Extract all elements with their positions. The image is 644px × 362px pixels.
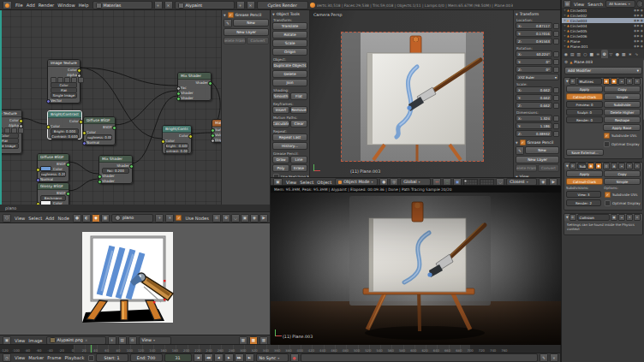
lock-icon[interactable] bbox=[553, 59, 559, 65]
delete-scene-button[interactable]: × bbox=[247, 1, 255, 9]
restrict-select-icon[interactable]: ▶ bbox=[637, 29, 640, 33]
tool-button-join[interactable]: Join bbox=[272, 79, 307, 86]
menu-node[interactable]: Node bbox=[56, 216, 71, 221]
axis-value-field[interactable]: Z:0° bbox=[516, 66, 552, 73]
modifier-toggle[interactable]: ◉ bbox=[603, 78, 610, 85]
modifier-header[interactable]: ▼⚙Multires◉●▴▾× bbox=[564, 78, 642, 85]
expand-icon[interactable]: + bbox=[564, 19, 566, 22]
menu-object[interactable]: Object bbox=[315, 180, 333, 185]
delete-screen-button[interactable]: × bbox=[164, 1, 173, 9]
rotation-mode-dropdown[interactable]: XYZ Euler▾ bbox=[516, 74, 559, 80]
button-apply[interactable]: Apply bbox=[566, 86, 603, 92]
axis-value-field[interactable]: X:0.87117 bbox=[516, 22, 552, 29]
restrict-view-icon[interactable]: ◉ bbox=[634, 14, 636, 17]
checkbox-optimal-display[interactable] bbox=[604, 141, 610, 147]
snap-element-icon[interactable]: ▣ bbox=[241, 214, 249, 223]
grease-pencil-new-button[interactable]: New bbox=[233, 19, 269, 27]
modifier-toggle[interactable]: ◎ bbox=[603, 163, 610, 169]
tool-button-calculate[interactable]: Calculate bbox=[272, 120, 289, 128]
axis-value-field[interactable]: X:0.662 bbox=[516, 86, 552, 93]
restrict-select-icon[interactable]: ▶ bbox=[637, 39, 640, 43]
button-delete-higher[interactable]: Delete Higher bbox=[604, 109, 641, 116]
expand-icon[interactable]: + bbox=[564, 45, 566, 48]
input-socket[interactable] bbox=[176, 97, 181, 101]
modifier-toggle[interactable]: ◉ bbox=[587, 163, 594, 169]
modifier-header[interactable]: ▼⚙Collision●▴▾× bbox=[564, 214, 642, 221]
restrict-render-icon[interactable]: ◉ bbox=[641, 9, 643, 12]
shader-type-world-icon[interactable]: ◐ bbox=[82, 214, 91, 223]
unlink-material-button[interactable]: × bbox=[165, 214, 174, 223]
shader-type-object-icon[interactable]: ● bbox=[73, 214, 81, 223]
viewport-3d-area[interactable]: Camera Persp (11) Plane.003 bbox=[309, 10, 514, 178]
tool-button-delete[interactable]: Delete bbox=[272, 70, 307, 78]
convert-button[interactable]: Convert bbox=[247, 37, 269, 45]
scene-selector[interactable]: Alypaint bbox=[175, 1, 235, 9]
outliner-display-selector[interactable]: All Scenes▾ bbox=[605, 0, 635, 8]
layer-toggle[interactable] bbox=[474, 182, 477, 185]
open-image-button[interactable]: ▤ bbox=[118, 336, 127, 345]
delete-modifier-icon[interactable]: × bbox=[634, 78, 641, 85]
tab-texture[interactable]: ▦ bbox=[621, 50, 628, 58]
restrict-select-icon[interactable]: ▶ bbox=[637, 34, 640, 38]
input-socket[interactable] bbox=[211, 139, 215, 143]
expand-icon[interactable]: + bbox=[564, 39, 566, 43]
tool-button-line[interactable]: Line bbox=[290, 156, 307, 163]
menu-view[interactable]: View bbox=[13, 338, 27, 343]
node-field[interactable]: Contrast: 0.000 bbox=[165, 148, 188, 154]
transform-orientation-selector[interactable]: Global▾ bbox=[400, 178, 431, 186]
tool-button-erase[interactable]: Erase bbox=[290, 164, 307, 172]
outliner-row-circle004[interactable]: +▲Circle004◉▶◉ bbox=[562, 23, 644, 28]
delete-frame-button[interactable]: Delete Frame bbox=[516, 164, 537, 172]
add-screen-button[interactable]: + bbox=[154, 1, 163, 9]
record-icon[interactable]: ● bbox=[290, 353, 299, 362]
draw-channel-alpha-icon[interactable]: ▦ bbox=[259, 336, 268, 345]
editor-type-info-icon[interactable] bbox=[3, 1, 12, 9]
pivot-point-icon[interactable]: ◎ bbox=[390, 178, 398, 186]
lock-icon[interactable] bbox=[553, 95, 559, 101]
wrench-icon[interactable]: ⚙ bbox=[222, 214, 230, 223]
viewport-camera[interactable]: Camera Persp (11) Plane.003 ▼ Object Too… bbox=[271, 10, 561, 178]
modifier-header[interactable]: ▼⚙Subsurf◉●◎▲▴▾× bbox=[564, 163, 642, 169]
pin-icon[interactable]: ⊙ bbox=[128, 336, 137, 345]
axis-value-field[interactable]: Y:0° bbox=[516, 58, 552, 65]
lock-icon[interactable] bbox=[553, 103, 559, 109]
restrict-select-icon[interactable]: ▶ bbox=[637, 19, 640, 22]
tool-button-scale[interactable]: Scale bbox=[272, 39, 307, 47]
node-diffuse-bsdf[interactable]: Diffuse BSDFBSDFColorRoughness: 0.000Nor… bbox=[83, 116, 116, 145]
node-mix-shader[interactable]: Mix ShaderShaderFacShaderShader bbox=[177, 72, 212, 101]
menu-frame[interactable]: Frame bbox=[45, 355, 63, 360]
tool-button-flat[interactable]: Flat bbox=[290, 92, 307, 100]
tab-object-data[interactable]: ▽ bbox=[608, 50, 615, 58]
outliner-row-circle001[interactable]: +▲Circle001◉▶◉ bbox=[562, 8, 644, 13]
restrict-view-icon[interactable]: ◉ bbox=[634, 24, 636, 27]
menu-view[interactable]: View bbox=[572, 2, 586, 7]
lock-icon[interactable] bbox=[553, 123, 559, 129]
modifier-toggle[interactable]: ● bbox=[611, 214, 617, 221]
node-header[interactable]: Image Texture bbox=[0, 110, 21, 117]
tool-button-repeat-last[interactable]: Repeat Last bbox=[272, 134, 307, 141]
current-frame-field[interactable]: 31 bbox=[164, 353, 192, 362]
axis-value-field[interactable]: Z:0.662 bbox=[516, 102, 552, 109]
node-diffuse-bsdf[interactable]: Diffuse BSDFBSDFColorRoughness: 0.200Nor… bbox=[37, 153, 69, 182]
menu-select[interactable]: Select bbox=[27, 216, 44, 221]
tab-particles[interactable]: ∗ bbox=[627, 50, 634, 58]
lock-icon[interactable] bbox=[553, 116, 559, 122]
lock-icon[interactable] bbox=[553, 87, 559, 93]
menu-playback[interactable]: Playback bbox=[63, 355, 86, 360]
convert-button[interactable]: Convert bbox=[538, 164, 559, 172]
button-apply-base[interactable]: Apply Base bbox=[603, 124, 641, 131]
axis-value-field[interactable]: Z:0.91563 bbox=[516, 38, 552, 45]
tab-modifiers[interactable]: ⚙ bbox=[601, 50, 608, 58]
shader-type-texture-icon[interactable]: ▦ bbox=[101, 214, 110, 223]
move-down-icon[interactable]: ▾ bbox=[626, 78, 633, 85]
tool-button-translate[interactable]: Translate bbox=[272, 22, 307, 30]
restrict-view-icon[interactable]: ◉ bbox=[634, 34, 636, 38]
editor-type-timeline-icon[interactable]: ◷ bbox=[3, 353, 11, 362]
expand-icon[interactable]: + bbox=[564, 14, 566, 17]
pin-icon[interactable]: ⊙ bbox=[212, 214, 221, 223]
expand-icon[interactable]: + bbox=[564, 29, 566, 33]
restrict-render-icon[interactable]: ◉ bbox=[641, 34, 643, 38]
tool-button-draw[interactable]: Draw bbox=[272, 156, 289, 163]
node-image-texture[interactable]: Image TextureColorAlphaColorFlatSingle I… bbox=[0, 110, 22, 154]
new-layer-button[interactable]: New Layer bbox=[516, 156, 559, 163]
